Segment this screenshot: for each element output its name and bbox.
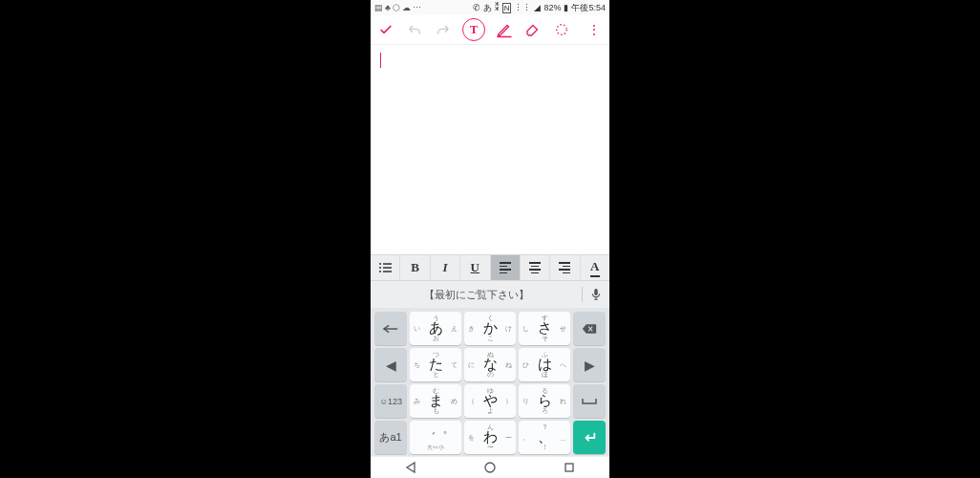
italic-button[interactable]: I	[431, 255, 460, 280]
key-ma[interactable]: むみまめも	[410, 384, 461, 418]
signal-icon: ◢	[534, 3, 541, 12]
nav-recent[interactable]	[562, 460, 577, 475]
svg-rect-6	[383, 271, 392, 272]
status-bar: ▤♣⬡☁⋯ ✆ あ ⁑ N ⋮⋮ ◢ 82% ▮ 午後5:54	[371, 0, 609, 15]
underline-button[interactable]: U	[460, 255, 490, 280]
nav-back[interactable]	[403, 460, 418, 475]
svg-rect-2	[383, 263, 392, 265]
svg-rect-7	[594, 289, 598, 295]
key-dakuten[interactable]: ゛゜大⇔小	[410, 421, 461, 454]
redo-button[interactable]	[434, 20, 453, 39]
phone-icon: ✆	[473, 3, 480, 12]
key-ka[interactable]: くきかけこ	[464, 312, 516, 345]
pen-tool-button[interactable]	[495, 20, 514, 39]
svg-point-5	[379, 271, 381, 272]
more-button[interactable]: ⋮	[585, 20, 604, 39]
key-mode-switch[interactable]: あa1	[374, 421, 407, 454]
text-tool-button[interactable]: T	[462, 18, 485, 41]
key-space[interactable]	[573, 384, 606, 418]
key-ya[interactable]: ゆ（や）よ	[464, 384, 516, 418]
text-cursor	[380, 53, 381, 68]
status-left-icons: ▤♣⬡☁⋯	[374, 3, 421, 12]
mic-button[interactable]	[583, 288, 609, 301]
svg-point-1	[379, 263, 381, 265]
key-back-tab[interactable]	[374, 312, 407, 345]
svg-rect-4	[383, 267, 392, 269]
key-left[interactable]: ◀	[374, 348, 407, 381]
key-a[interactable]: ういあえお	[410, 312, 461, 345]
key-wa[interactable]: んをわー〜	[464, 421, 516, 454]
done-button[interactable]	[376, 20, 395, 39]
svg-rect-9	[565, 464, 573, 471]
key-na[interactable]: ぬになねの	[464, 348, 516, 381]
keyboard: ういあえお くきかけこ すしさせそ ◀ つちたてと ぬになねの ふひはへほ ▶ …	[371, 308, 609, 456]
key-ha[interactable]: ふひはへほ	[519, 348, 570, 381]
svg-point-8	[485, 463, 495, 472]
format-bar: B I U A	[371, 254, 609, 280]
align-right-button[interactable]	[550, 255, 580, 280]
key-ra[interactable]: るりられろ	[519, 384, 570, 418]
wifi-icon: ⋮⋮	[514, 3, 531, 12]
eraser-tool-button[interactable]	[523, 20, 543, 39]
lasso-tool-button[interactable]	[552, 20, 571, 39]
battery-text: 82%	[543, 3, 561, 12]
ime-suggestion-bar: 【最初にご覧下さい】	[371, 280, 609, 308]
text-color-button[interactable]: A	[581, 255, 609, 280]
ime-indicator: あ	[483, 2, 492, 14]
key-ta[interactable]: つちたてと	[410, 348, 461, 381]
battery-icon: ▮	[564, 3, 568, 12]
key-emoji-num[interactable]: ☺123	[374, 384, 407, 418]
key-backspace[interactable]	[573, 312, 606, 345]
bold-button[interactable]: B	[400, 255, 430, 280]
note-toolbar: T ⋮	[371, 15, 609, 45]
key-enter[interactable]	[573, 421, 606, 454]
list-button[interactable]	[371, 255, 400, 280]
key-punct[interactable]: ？。、…！	[519, 421, 570, 454]
align-center-button[interactable]	[521, 255, 550, 280]
note-canvas[interactable]	[371, 45, 609, 254]
bluetooth-icon: ⁑	[495, 3, 500, 12]
system-nav-bar	[371, 456, 609, 478]
key-sa[interactable]: すしさせそ	[519, 312, 570, 345]
nav-home[interactable]	[482, 460, 498, 475]
clock: 午後5:54	[571, 2, 606, 14]
nfc-icon: N	[502, 3, 512, 13]
ime-suggestion[interactable]: 【最初にご覧下さい】	[371, 288, 582, 302]
svg-point-3	[379, 267, 381, 269]
align-left-button[interactable]	[491, 255, 521, 280]
key-right[interactable]: ▶	[573, 348, 606, 381]
undo-button[interactable]	[405, 20, 424, 39]
phone-frame: ▤♣⬡☁⋯ ✆ あ ⁑ N ⋮⋮ ◢ 82% ▮ 午後5:54 T ⋮	[371, 0, 609, 478]
svg-point-0	[557, 25, 567, 35]
